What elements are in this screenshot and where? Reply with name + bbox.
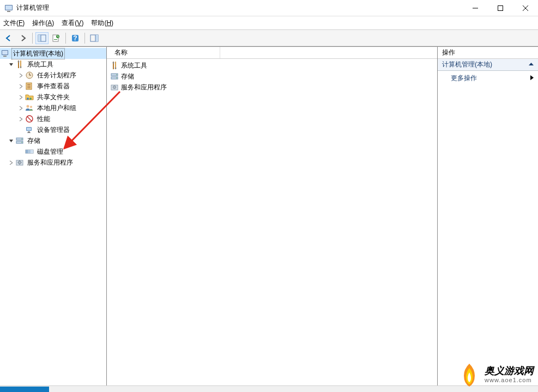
chevron-down-icon[interactable] [8, 61, 14, 68]
chevron-right-icon[interactable] [17, 83, 24, 89]
show-hide-tree-button[interactable] [35, 32, 49, 44]
svg-rect-2 [5, 5, 12, 10]
performance-icon [25, 114, 34, 123]
maximize-button[interactable] [488, 0, 513, 16]
event-viewer-icon [25, 82, 34, 91]
services-apps-icon [110, 83, 119, 92]
svg-point-67 [114, 87, 115, 88]
menubar: 文件(F) 操作(A) 查看(V) 帮助(H) [0, 16, 538, 30]
svg-rect-39 [27, 128, 31, 130]
svg-point-59 [113, 62, 114, 64]
menu-view[interactable]: 查看(V) [62, 19, 83, 28]
tree-task-scheduler[interactable]: 任务计划程序 [0, 70, 106, 81]
disk-management-icon [25, 147, 34, 156]
computer-management-icon [1, 49, 10, 58]
tree-label: 磁盘管理 [36, 147, 64, 157]
svg-rect-19 [3, 56, 7, 57]
system-tools-icon [110, 61, 119, 70]
device-manager-icon [25, 125, 34, 134]
svg-point-45 [21, 142, 22, 143]
tree-label: 服务和应用程序 [26, 158, 74, 168]
menu-help[interactable]: 帮助(H) [91, 19, 113, 28]
svg-point-23 [18, 61, 20, 63]
tree-label: 系统工具 [26, 59, 55, 70]
window-title: 计算机管理 [16, 3, 49, 13]
chevron-right-icon[interactable] [17, 72, 24, 79]
storage-icon [110, 72, 119, 81]
help-button[interactable]: ? [69, 32, 82, 44]
collapse-icon [529, 61, 534, 69]
action-item-label: 更多操作 [451, 74, 477, 83]
tree-local-users[interactable]: 本地用户和组 [0, 102, 106, 113]
main-content: 计算机管理(本地) 系统工具 任务计划程序 事件查看器 共享文件夹 本地用户和组 [0, 46, 538, 385]
list-body[interactable]: 系统工具 存储 服务和应用程序 [107, 59, 437, 385]
watermark-flame-icon [456, 361, 482, 388]
svg-point-64 [116, 77, 117, 79]
svg-rect-40 [28, 131, 30, 132]
list-item-label: 系统工具 [121, 61, 147, 70]
menu-file[interactable]: 文件(F) [3, 19, 25, 28]
list-header[interactable]: 名称 [107, 47, 437, 59]
action-more[interactable]: 更多操作 [438, 71, 538, 85]
actions-body: 计算机管理(本地) 更多操作 [438, 59, 538, 385]
list-item[interactable]: 系统工具 [107, 60, 437, 71]
minimize-button[interactable] [463, 0, 488, 16]
list-item-label: 存储 [121, 72, 134, 81]
tree-label: 任务计划程序 [36, 70, 77, 81]
svg-point-33 [29, 98, 32, 100]
clock-icon [25, 71, 34, 80]
chevron-right-icon[interactable] [8, 159, 14, 166]
svg-point-44 [21, 138, 22, 140]
svg-rect-41 [27, 132, 31, 133]
chevron-right-icon[interactable] [17, 116, 24, 122]
forward-button[interactable] [16, 32, 29, 44]
tree-disk-management[interactable]: 磁盘管理 [0, 146, 106, 157]
menu-action[interactable]: 操作(A) [32, 19, 54, 28]
titlebar: 计算机管理 [0, 0, 538, 16]
action-group[interactable]: 计算机管理(本地) [438, 59, 538, 71]
svg-rect-49 [31, 150, 33, 153]
tree-storage[interactable]: 存储 [0, 135, 106, 146]
list-item[interactable]: 服务和应用程序 [107, 82, 437, 93]
tree-performance[interactable]: 性能 [0, 113, 106, 124]
expander-blank [17, 126, 24, 133]
tree-services-apps[interactable]: 服务和应用程序 [0, 157, 106, 168]
tree-label: 设备管理器 [36, 125, 71, 135]
svg-point-52 [19, 162, 20, 163]
tree-device-manager[interactable]: 设备管理器 [0, 124, 106, 135]
column-header-name[interactable]: 名称 [111, 47, 220, 58]
tree-label: 共享文件夹 [36, 92, 71, 102]
toolbar: ? [0, 30, 538, 46]
system-tools-icon [15, 60, 24, 69]
tree-root[interactable]: 计算机管理(本地) [0, 48, 106, 59]
tree-shared-folders[interactable]: 共享文件夹 [0, 92, 106, 102]
properties-button[interactable] [50, 32, 63, 44]
tree-label: 计算机管理(本地) [12, 49, 64, 59]
users-icon [25, 104, 34, 112]
expander-blank [17, 148, 24, 155]
tree-label: 性能 [36, 114, 51, 124]
tree-event-viewer[interactable]: 事件查看器 [0, 81, 106, 92]
app-icon [4, 4, 13, 13]
svg-point-35 [30, 106, 32, 108]
toolbar-separator [84, 33, 85, 44]
chevron-right-icon[interactable] [17, 94, 24, 100]
services-apps-icon [15, 158, 24, 167]
close-button[interactable] [513, 0, 538, 16]
submenu-arrow-icon [530, 74, 534, 82]
tree-label: 事件查看器 [36, 81, 71, 92]
list-item-label: 服务和应用程序 [121, 83, 167, 92]
tree-system-tools[interactable]: 系统工具 [0, 59, 106, 70]
svg-point-24 [20, 67, 22, 68]
list-item[interactable]: 存储 [107, 71, 437, 82]
shared-folder-icon [25, 93, 34, 101]
actions-header: 操作 [438, 47, 538, 59]
back-button[interactable] [2, 32, 15, 44]
chevron-right-icon[interactable] [17, 105, 24, 111]
show-hide-action-button[interactable] [88, 32, 101, 44]
svg-line-37 [27, 117, 32, 121]
watermark: 奥义游戏网 www.aoe1.com [456, 361, 534, 388]
tree-pane[interactable]: 计算机管理(本地) 系统工具 任务计划程序 事件查看器 共享文件夹 本地用户和组 [0, 47, 107, 385]
chevron-down-icon[interactable] [8, 137, 14, 144]
titlebar-left: 计算机管理 [0, 3, 49, 13]
